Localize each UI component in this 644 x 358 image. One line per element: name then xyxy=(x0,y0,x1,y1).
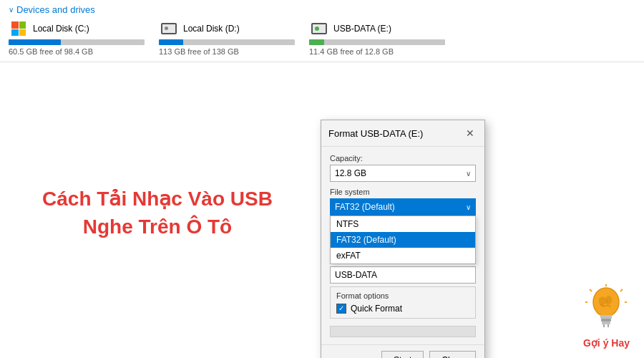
capacity-value: 12.8 GB xyxy=(335,168,366,178)
capacity-label: Capacity: xyxy=(330,154,476,163)
drive-e-fill xyxy=(309,39,324,45)
drive-c-header: Local Disk (C:) xyxy=(9,21,145,37)
bulb-icon xyxy=(585,284,628,334)
svg-rect-1 xyxy=(600,315,612,319)
chevron-icon: ∨ xyxy=(9,6,14,14)
dialog-titlebar: Format USB-DATA (E:) ✕ xyxy=(321,120,484,147)
drive-d-header: Local Disk (D:) xyxy=(159,21,295,37)
filesystem-option-fat32[interactable]: FAT32 (Default) xyxy=(331,232,475,248)
checkmark-icon: ✓ xyxy=(338,305,344,312)
svg-line-8 xyxy=(620,289,623,291)
progress-section xyxy=(330,326,476,337)
drive-e[interactable]: USB-DATA (E:) 11.4 GB free of 12.8 GB xyxy=(309,21,445,56)
filesystem-selected-value: FAT32 (Default) xyxy=(335,202,395,212)
left-content: Cách Tải Nhạc Vào USB Nghe Trên Ô Tô xyxy=(0,62,315,358)
format-options-title: Format options xyxy=(336,291,469,300)
drives-row: Local Disk (C:) 60.5 GB free of 98.4 GB … xyxy=(9,21,635,56)
capacity-arrow-icon: ∨ xyxy=(466,170,471,178)
filesystem-label: File system xyxy=(330,188,476,196)
usb-drive-icon xyxy=(309,21,329,37)
progress-bar-empty xyxy=(330,326,476,337)
top-section: ∨ Devices and drives Local Disk (C:) 60.… xyxy=(0,0,644,62)
dialog-body: Capacity: 12.8 GB ∨ File system FAT32 (D… xyxy=(321,147,484,344)
main-area: Cách Tải Nhạc Vào USB Nghe Trên Ô Tô xyxy=(0,62,644,358)
dialog-title: Format USB-DATA (E:) xyxy=(328,128,423,139)
drive-c-space: 60.5 GB free of 98.4 GB xyxy=(9,47,145,56)
filesystem-dropdown: FAT32 (Default) ∨ NTFS FAT32 (Default) e… xyxy=(330,198,476,216)
drive-d-progress xyxy=(159,39,295,45)
close-button[interactable]: Close xyxy=(429,351,476,358)
drive-c[interactable]: Local Disk (C:) 60.5 GB free of 98.4 GB xyxy=(9,21,145,56)
drive-d[interactable]: Local Disk (D:) 113 GB free of 138 GB xyxy=(159,21,295,56)
promo-text: Cách Tải Nhạc Vào USB Nghe Trên Ô Tô xyxy=(42,185,273,241)
volume-input[interactable] xyxy=(330,266,476,284)
logo-area: Gợi ý Hay xyxy=(583,284,630,349)
filesystem-arrow-icon: ∨ xyxy=(466,203,471,211)
svg-line-7 xyxy=(590,289,592,291)
dialog-close-button[interactable]: ✕ xyxy=(463,126,477,140)
quick-format-label: Quick Format xyxy=(351,304,402,314)
promo-line2: Nghe Trên Ô Tô xyxy=(42,213,273,241)
dialog-footer: Start Close xyxy=(321,344,484,358)
quick-format-row: ✓ Quick Format xyxy=(336,304,469,314)
drive-e-name: USB-DATA (E:) xyxy=(333,24,391,34)
format-options-group: Format options ✓ Quick Format xyxy=(330,286,476,319)
format-dialog: Format USB-DATA (E:) ✕ Capacity: 12.8 GB… xyxy=(321,120,485,358)
drive-d-fill xyxy=(159,39,183,45)
drive-d-name: Local Disk (D:) xyxy=(183,24,240,34)
quick-format-checkbox[interactable]: ✓ xyxy=(336,304,346,314)
devices-drives-header: ∨ Devices and drives xyxy=(9,4,635,15)
filesystem-dropdown-list: NTFS FAT32 (Default) exFAT xyxy=(330,216,476,264)
drive-e-progress xyxy=(309,39,445,45)
filesystem-option-ntfs[interactable]: NTFS xyxy=(331,216,475,232)
drive-c-progress xyxy=(9,39,145,45)
drive-e-header: USB-DATA (E:) xyxy=(309,21,445,37)
hdd-drive-icon xyxy=(159,21,179,37)
svg-rect-2 xyxy=(601,319,611,321)
capacity-select[interactable]: 12.8 GB ∨ xyxy=(330,165,476,182)
logo-text: Gợi ý Hay xyxy=(583,337,630,349)
drive-e-space: 11.4 GB free of 12.8 GB xyxy=(309,47,445,56)
drive-c-fill xyxy=(9,39,61,45)
drive-c-name: Local Disk (C:) xyxy=(33,24,89,34)
drive-d-space: 113 GB free of 138 GB xyxy=(159,47,295,56)
devices-drives-label: Devices and drives xyxy=(16,4,95,15)
filesystem-option-exfat[interactable]: exFAT xyxy=(331,248,475,263)
start-button[interactable]: Start xyxy=(381,351,424,358)
filesystem-selected[interactable]: FAT32 (Default) ∨ xyxy=(330,198,476,216)
svg-rect-3 xyxy=(602,321,610,324)
windows-drive-icon xyxy=(9,21,29,37)
promo-line1: Cách Tải Nhạc Vào USB xyxy=(42,185,273,213)
